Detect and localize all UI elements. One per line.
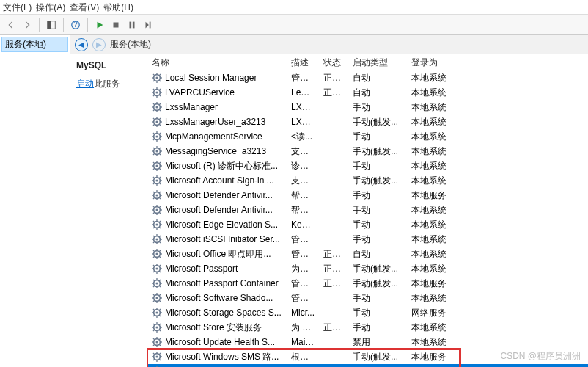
col-logon[interactable]: 登录为 [407, 54, 458, 70]
service-grid[interactable]: 名称 描述 状态 启动类型 登录为 Local Session Manager管… [147, 54, 588, 367]
svg-line-116 [153, 227, 155, 228]
restart-button[interactable] [142, 18, 155, 32]
svg-point-19 [155, 91, 158, 93]
table-row[interactable]: Microsoft Edge Elevation S...Keep...手动本地… [147, 217, 588, 232]
col-desc[interactable]: 描述 [287, 54, 319, 70]
col-status[interactable]: 状态 [319, 54, 348, 70]
service-icon [152, 352, 162, 362]
table-row[interactable]: Microsoft Defender Antivir...帮助...手动本地系统 [147, 203, 588, 217]
row-logon: 本地系统 [407, 71, 458, 85]
table-row[interactable]: Microsoft Passport Container管理...正在...手动… [147, 276, 588, 291]
table-row[interactable]: LxssManagerUser_a3213LXSS...手动(触发...本地系统 [147, 115, 588, 129]
svg-point-79 [155, 179, 158, 181]
svg-point-159 [155, 297, 158, 299]
table-row[interactable]: MessagingService_a3213支持...手动(触发...本地系统 [147, 144, 588, 159]
svg-line-15 [159, 80, 161, 81]
table-row[interactable]: Local Session Manager管理...正在...自动本地系统 [147, 70, 588, 85]
tree-item-services-local[interactable]: 服务(本地) [1, 37, 68, 52]
table-row[interactable]: Microsoft Passport为用...正在...手动(触发...本地系统 [147, 261, 588, 276]
svg-point-29 [155, 106, 158, 108]
svg-line-187 [159, 324, 161, 325]
table-row[interactable]: Microsoft Account Sign-in ...支持...手动(触发.… [147, 173, 588, 188]
svg-line-155 [159, 286, 161, 287]
svg-line-185 [159, 330, 161, 331]
svg-line-74 [153, 162, 155, 164]
row-startup: 自动 [348, 365, 407, 368]
svg-point-189 [155, 341, 158, 343]
table-row[interactable]: Microsoft Store 安装服务为 M...正在...手动本地系统 [147, 320, 588, 335]
table-row[interactable]: Microsoft Storage Spaces S...Micr...手动网络… [147, 305, 588, 320]
service-icon [152, 190, 162, 200]
menu-view[interactable]: 查看(V) [70, 1, 99, 12]
table-row[interactable]: LVAPRCUServiceLeno...正在...自动本地系统 [147, 85, 588, 100]
pause-button[interactable] [125, 18, 139, 32]
svg-line-104 [153, 206, 155, 208]
row-logon: 本地系统 [407, 247, 458, 261]
service-icon [152, 146, 162, 156]
svg-line-174 [153, 309, 155, 310]
row-status [319, 195, 348, 196]
stop-button[interactable] [109, 18, 122, 32]
row-status [319, 150, 348, 152]
row-name: MessagingService_a3213 [165, 146, 266, 156]
toolbar-separator [39, 18, 40, 32]
svg-point-129 [155, 252, 158, 255]
svg-rect-7 [150, 21, 151, 28]
svg-line-114 [153, 221, 155, 222]
svg-line-105 [159, 212, 161, 214]
svg-line-134 [153, 250, 155, 252]
svg-line-196 [153, 344, 155, 346]
row-logon: 本地系统 [407, 335, 458, 349]
help-button[interactable]: ? [69, 18, 82, 32]
toolbar-separator [87, 18, 88, 32]
start-button[interactable] [93, 18, 106, 32]
forward-button[interactable] [21, 18, 34, 32]
table-row[interactable]: Microsoft Update Health S...Main...禁用本地系… [147, 335, 588, 349]
service-icon [152, 219, 162, 230]
row-desc: <读... [287, 130, 319, 144]
svg-line-47 [159, 118, 161, 120]
row-logon: 本地系统 [407, 159, 458, 173]
svg-line-167 [159, 294, 161, 296]
table-row[interactable]: Microsoft iSCSI Initiator Ser...管理...手动本… [147, 232, 588, 247]
menu-file[interactable]: 文件(F) [3, 1, 32, 12]
svg-line-16 [153, 80, 155, 81]
row-status [319, 312, 348, 313]
row-name: Microsoft (R) 诊断中心标准... [165, 160, 278, 172]
svg-line-86 [153, 183, 155, 184]
svg-line-176 [153, 315, 155, 316]
menu-help[interactable]: 帮助(H) [103, 1, 133, 12]
col-startup[interactable]: 启动类型 [348, 54, 407, 70]
row-startup: 手动 [348, 130, 407, 144]
row-status: 正在... [319, 86, 348, 100]
nav-back-button[interactable]: ◀ [75, 38, 88, 51]
svg-point-139 [155, 267, 158, 269]
table-row[interactable]: Microsoft Office 即点即用...管理...正在...自动本地系统 [147, 247, 588, 261]
service-icon [152, 131, 162, 142]
svg-line-25 [159, 95, 161, 96]
service-icon [152, 278, 162, 288]
svg-line-85 [159, 183, 161, 184]
tree-pane: 服务(本地) [0, 35, 70, 367]
table-row[interactable]: MySQL自动本地系统 [147, 364, 588, 367]
table-row[interactable]: McpManagementService<读...手动本地系统 [147, 129, 588, 144]
table-row[interactable]: Microsoft (R) 诊断中心标准...诊断...手动本地系统 [147, 159, 588, 173]
start-link[interactable]: 启动 [76, 79, 94, 89]
show-hide-button[interactable] [45, 18, 58, 32]
table-row[interactable]: Microsoft Software Shado...管理...手动本地系统 [147, 291, 588, 305]
service-icon [152, 234, 162, 244]
row-status: 正在... [319, 71, 348, 85]
menu-action[interactable]: 操作(A) [36, 1, 65, 12]
svg-line-26 [153, 95, 155, 96]
svg-line-186 [153, 330, 155, 331]
row-name: Microsoft Defender Antivir... [165, 205, 273, 215]
table-row[interactable]: LxssManagerLXSS...手动本地系统 [147, 100, 588, 115]
col-name[interactable]: 名称 [147, 54, 287, 70]
nav-forward-button: ▶ [92, 38, 106, 51]
back-button[interactable] [4, 18, 18, 32]
svg-line-165 [159, 300, 161, 302]
svg-rect-1 [48, 21, 51, 29]
toolbar-separator [63, 18, 64, 32]
svg-line-146 [153, 271, 155, 272]
table-row[interactable]: Microsoft Defender Antivir...帮助...手动本地服务 [147, 188, 588, 203]
